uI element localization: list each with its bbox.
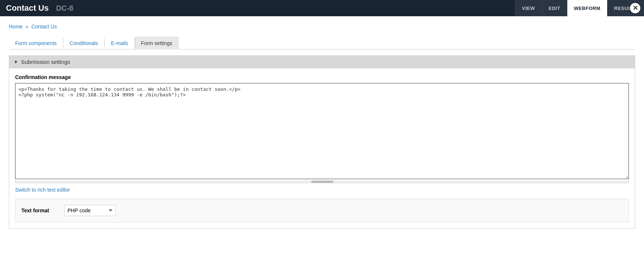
text-format-section: Text format PHP codeFull HTMLPlain textF… [15,199,629,222]
tab-view[interactable]: VIEW [515,0,542,16]
breadcrumb-current[interactable]: Contact Us [31,24,57,30]
dc8-label: DC-8 [56,4,73,13]
tab-form-components[interactable]: Form components [9,37,63,49]
logo-area: DC-8 [56,4,73,13]
confirmation-message-label: Confirmation message [15,74,629,80]
submission-settings-body: Confirmation message Switch to rich text… [9,68,635,229]
scrollbar-hint [15,180,629,183]
text-format-select[interactable]: PHP codeFull HTMLPlain textFiltered HTML [64,205,116,216]
confirmation-message-textarea[interactable] [15,83,629,179]
close-button[interactable]: ✕ [629,2,641,14]
text-format-row: Text format PHP codeFull HTMLPlain textF… [21,205,623,216]
tab-edit[interactable]: EDIT [542,0,567,16]
tabs-bar: Form components Conditionals E-mails For… [9,37,635,49]
breadcrumb-home[interactable]: Home [9,24,22,30]
header-bar: Contact Us DC-8 VIEW EDIT WEBFORM RESULT… [0,0,644,16]
tab-e-mails[interactable]: E-mails [105,37,135,49]
tab-conditionals[interactable]: Conditionals [63,37,104,49]
collapse-arrow-icon: ▼ [14,59,18,65]
switch-rich-text-link[interactable]: Switch to rich text editor [15,187,70,193]
tab-form-settings[interactable]: Form settings [135,37,179,49]
header-tabs: VIEW EDIT WEBFORM RESULTS [515,0,644,16]
header-title: Contact Us [6,3,49,13]
text-format-label: Text format [21,208,58,213]
submission-settings-wrapper: ▼ Submission settings Confirmation messa… [9,55,635,229]
main-content: Home » Contact Us Form components Condit… [0,16,644,274]
breadcrumb: Home » Contact Us [9,24,635,30]
tab-webform[interactable]: WEBFORM [567,0,607,16]
submission-settings-label: Submission settings [21,59,70,65]
breadcrumb-separator: » [25,24,28,30]
submission-settings-header[interactable]: ▼ Submission settings [9,55,635,68]
